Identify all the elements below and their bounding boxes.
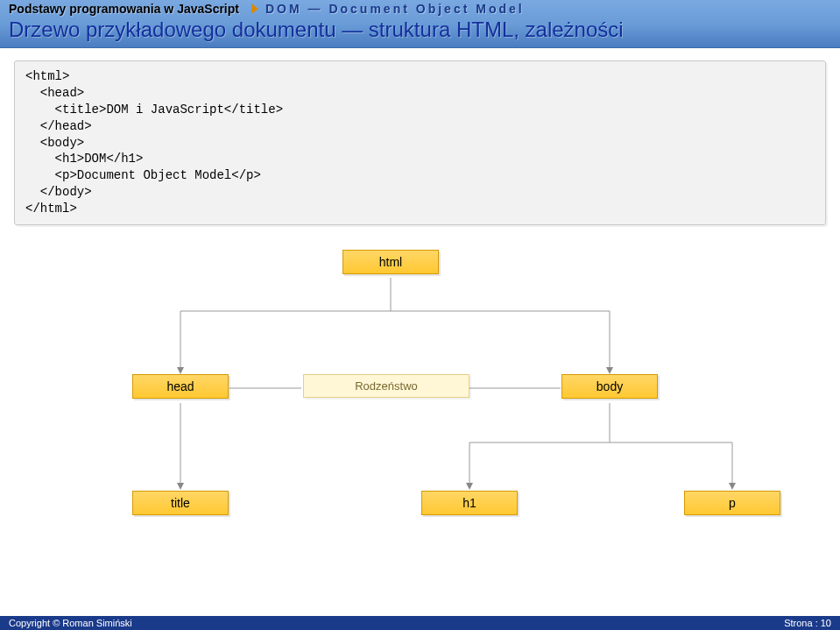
node-head: head bbox=[132, 374, 229, 399]
footer-page: Strona : 10 bbox=[784, 618, 831, 628]
breadcrumb: Podstawy programowania w JavaScript DOM … bbox=[0, 0, 840, 16]
breadcrumb-topic: DOM — Document Object Model bbox=[265, 2, 525, 16]
slide-content: <html> <head> <title>DOM i JavaScript</t… bbox=[0, 48, 840, 586]
slide-header: Podstawy programowania w JavaScript DOM … bbox=[0, 0, 840, 48]
node-h1: h1 bbox=[421, 491, 518, 515]
node-title: title bbox=[132, 491, 229, 515]
node-body: body bbox=[561, 374, 658, 399]
node-p: p bbox=[684, 491, 780, 515]
diagram-connectors bbox=[14, 241, 826, 574]
slide-footer: Copyright © Roman Simiński Strona : 10 bbox=[0, 616, 840, 630]
node-siblings-label: Rodzeństwo bbox=[303, 374, 469, 398]
node-html: html bbox=[342, 250, 439, 274]
page-title: Drzewo przykładowego dokumentu — struktu… bbox=[0, 16, 840, 47]
breadcrumb-arrow-icon bbox=[251, 4, 258, 14]
breadcrumb-course: Podstawy programowania w JavaScript bbox=[9, 2, 239, 16]
footer-copyright: Copyright © Roman Simiński bbox=[9, 618, 132, 628]
dom-tree-diagram: html head Rodzeństwo body title h1 p bbox=[14, 241, 826, 574]
code-sample: <html> <head> <title>DOM i JavaScript</t… bbox=[14, 60, 826, 225]
